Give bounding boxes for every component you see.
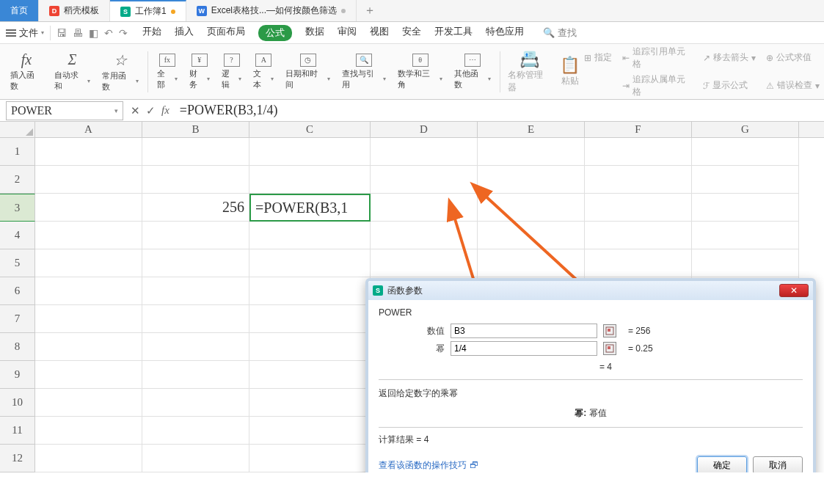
close-button[interactable]: ✕ [779, 284, 809, 297]
row-header-9[interactable]: 9 [0, 361, 35, 389]
tab-home[interactable]: 首页 [0, 0, 39, 21]
ribbon-assign[interactable]: ⊞指定 [584, 45, 612, 70]
cell-A1[interactable] [35, 138, 142, 166]
cell-E5[interactable] [478, 249, 585, 277]
cell-E2[interactable] [478, 166, 585, 194]
cell-F4[interactable] [585, 222, 692, 249]
name-box[interactable]: POWER ▾ [6, 101, 123, 120]
cell-C5[interactable] [249, 249, 371, 277]
ribbon-lookup[interactable]: 🔍 查找与引用▾ [336, 48, 393, 96]
ribbon-other[interactable]: ⋯ 其他函数▾ [448, 48, 497, 96]
cell-A8[interactable] [35, 333, 142, 361]
col-header-B[interactable]: B [142, 122, 249, 137]
ribbon-finance[interactable]: ¥ 财务▾ [183, 48, 216, 96]
cell-B4[interactable] [142, 222, 249, 249]
input-number[interactable] [451, 324, 597, 338]
range-picker-button[interactable] [603, 324, 616, 337]
row-header-10[interactable]: 10 [0, 389, 35, 417]
range-picker-button[interactable] [603, 342, 616, 355]
cell-C11[interactable] [249, 417, 371, 445]
cell-F2[interactable] [585, 166, 692, 194]
cell-A12[interactable] [35, 445, 142, 472]
qat-save-icon[interactable]: 🖫 [56, 27, 67, 39]
cell-D5[interactable] [371, 249, 478, 277]
new-tab-button[interactable]: ＋ [357, 0, 383, 21]
ribbon-all[interactable]: fx 全部▾ [151, 48, 183, 96]
cell-G5[interactable] [692, 249, 799, 277]
cell-B5[interactable] [142, 249, 249, 277]
cell-B10[interactable] [142, 389, 249, 417]
qat-preview-icon[interactable]: ◧ [89, 27, 98, 39]
cell-G1[interactable] [692, 138, 799, 166]
select-all-corner[interactable] [0, 122, 35, 138]
row-header-11[interactable]: 11 [0, 417, 35, 445]
row-header-12[interactable]: 12 [0, 445, 35, 472]
ribbon-show-formula[interactable]: ℱ显示公式 [703, 73, 756, 98]
row-header-6[interactable]: 6 [0, 277, 35, 305]
row-header-1[interactable]: 1 [0, 138, 35, 166]
ribbon-insert-fn[interactable]: fx 插入函数 [4, 48, 48, 96]
row-header-7[interactable]: 7 [0, 305, 35, 333]
cell-C1[interactable] [249, 138, 371, 166]
menu-data[interactable]: 数据 [305, 25, 324, 41]
cell-A2[interactable] [35, 166, 142, 194]
help-link[interactable]: 查看该函数的操作技巧 🗗 [379, 459, 478, 472]
col-header-A[interactable]: A [35, 122, 142, 137]
ribbon-trace-precedents[interactable]: ⇤追踪引用单元格 [622, 45, 693, 70]
menu-insert[interactable]: 插入 [175, 25, 194, 41]
cell-C6[interactable] [249, 277, 371, 305]
insert-fn-button[interactable]: fx [161, 104, 169, 117]
cell-D4[interactable] [371, 222, 478, 249]
ribbon-text[interactable]: A 文本▾ [247, 48, 280, 96]
ribbon-move-arrow[interactable]: ↗移去箭头▾ [703, 45, 756, 70]
row-header-2[interactable]: 2 [0, 166, 35, 194]
cell-A10[interactable] [35, 389, 142, 417]
cell-D3[interactable] [371, 194, 478, 222]
ribbon-paste[interactable]: 📋 粘贴 [555, 56, 584, 87]
col-header-F[interactable]: F [585, 122, 692, 137]
cell-D1[interactable] [371, 138, 478, 166]
cell-B1[interactable] [142, 138, 249, 166]
dialog-titlebar[interactable]: S 函数参数 ✕ [368, 281, 813, 300]
menu-view[interactable]: 视图 [370, 25, 389, 41]
file-menu[interactable]: 文件 ▾ [6, 26, 44, 40]
menu-page-layout[interactable]: 页面布局 [207, 25, 245, 41]
cell-A7[interactable] [35, 305, 142, 333]
ok-button[interactable]: 确定 [697, 456, 747, 472]
cell-B7[interactable] [142, 305, 249, 333]
col-header-E[interactable]: E [478, 122, 585, 137]
tab-workbook1[interactable]: S 工作簿1 [110, 0, 186, 21]
cell-B6[interactable] [142, 277, 249, 305]
cell-C3[interactable]: =POWER(B3,1 [249, 194, 371, 222]
menu-start[interactable]: 开始 [142, 25, 161, 41]
cell-C9[interactable] [249, 361, 371, 389]
ribbon-datetime[interactable]: ◷ 日期和时间▾ [280, 48, 336, 96]
qat-undo-icon[interactable]: ↶ [104, 27, 113, 39]
ribbon-error-check[interactable]: ⚠错误检查▾ [766, 73, 820, 98]
menu-special[interactable]: 特色应用 [486, 25, 524, 41]
cell-A5[interactable] [35, 249, 142, 277]
cell-B2[interactable] [142, 166, 249, 194]
cell-F5[interactable] [585, 249, 692, 277]
row-header-4[interactable]: 4 [0, 222, 35, 249]
qat-print-icon[interactable]: 🖶 [73, 27, 83, 39]
cell-B11[interactable] [142, 417, 249, 445]
cell-E4[interactable] [478, 222, 585, 249]
menu-devtools[interactable]: 开发工具 [434, 25, 473, 41]
cell-C10[interactable] [249, 389, 371, 417]
cell-G3[interactable] [692, 194, 799, 222]
tab-docker-templates[interactable]: D 稻壳模板 [39, 0, 110, 21]
cell-A6[interactable] [35, 277, 142, 305]
cell-E1[interactable] [478, 138, 585, 166]
menu-security[interactable]: 安全 [402, 25, 421, 41]
cell-B3[interactable]: 256 [142, 194, 249, 222]
cell-A9[interactable] [35, 361, 142, 389]
ribbon-trace-dependents[interactable]: ⇥追踪从属单元格 [622, 73, 693, 98]
cell-A11[interactable] [35, 417, 142, 445]
row-header-5[interactable]: 5 [0, 249, 35, 277]
cell-G4[interactable] [692, 222, 799, 249]
cell-C4[interactable] [249, 222, 371, 249]
cell-F1[interactable] [585, 138, 692, 166]
cell-C12[interactable] [249, 445, 371, 472]
cancel-edit-button[interactable]: ✕ [131, 104, 140, 117]
